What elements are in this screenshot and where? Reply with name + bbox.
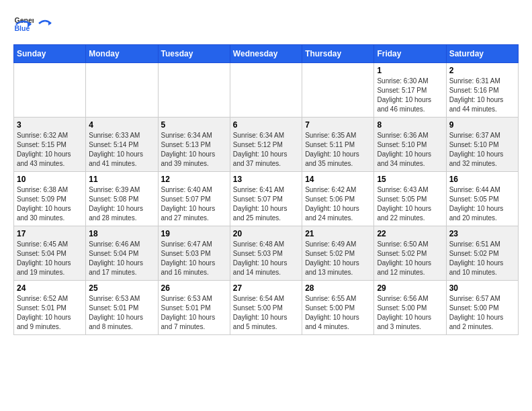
day-number: 19 [161,229,227,238]
calendar-cell: 19Sunrise: 6:47 AM Sunset: 5:03 PM Dayli… [158,226,230,281]
calendar-cell: 29Sunrise: 6:56 AM Sunset: 5:00 PM Dayli… [374,281,446,335]
day-info: Sunrise: 6:54 AM Sunset: 5:00 PM Dayligh… [233,294,299,332]
day-number: 10 [17,175,83,184]
day-info: Sunrise: 6:45 AM Sunset: 5:04 PM Dayligh… [17,240,83,277]
day-number: 21 [305,229,371,238]
day-number: 25 [89,283,154,293]
calendar-cell: 21Sunrise: 6:49 AM Sunset: 5:02 PM Dayli… [302,226,374,281]
day-number: 6 [233,120,299,130]
day-number: 3 [17,120,83,130]
day-info: Sunrise: 6:52 AM Sunset: 5:01 PM Dayligh… [17,294,83,332]
calendar-cell: 1Sunrise: 6:30 AM Sunset: 5:17 PM Daylig… [374,63,446,118]
calendar-cell: 12Sunrise: 6:40 AM Sunset: 5:07 PM Dayli… [158,172,230,226]
calendar-cell: 3Sunrise: 6:32 AM Sunset: 5:15 PM Daylig… [14,118,86,172]
calendar-cell: 24Sunrise: 6:52 AM Sunset: 5:01 PM Dayli… [14,281,86,335]
day-info: Sunrise: 6:53 AM Sunset: 5:01 PM Dayligh… [89,294,154,332]
day-info: Sunrise: 6:30 AM Sunset: 5:17 PM Dayligh… [377,77,443,114]
weekday-header: Thursday [302,45,374,63]
logo: General Blue [13,13,54,34]
day-info: Sunrise: 6:34 AM Sunset: 5:12 PM Dayligh… [233,131,299,169]
weekday-header: Friday [374,45,446,63]
logo-icon: General Blue [13,13,34,34]
day-number: 1 [377,66,443,75]
weekday-header: Tuesday [158,45,230,63]
day-number: 12 [161,175,227,184]
day-info: Sunrise: 6:47 AM Sunset: 5:03 PM Dayligh… [161,240,227,277]
calendar-cell: 18Sunrise: 6:46 AM Sunset: 5:04 PM Dayli… [86,226,158,281]
calendar-cell: 8Sunrise: 6:36 AM Sunset: 5:10 PM Daylig… [374,118,446,172]
day-info: Sunrise: 6:31 AM Sunset: 5:16 PM Dayligh… [449,77,515,114]
day-info: Sunrise: 6:57 AM Sunset: 5:00 PM Dayligh… [449,294,515,332]
calendar-header: SundayMondayTuesdayWednesdayThursdayFrid… [14,45,519,63]
day-info: Sunrise: 6:41 AM Sunset: 5:07 PM Dayligh… [233,185,299,223]
day-number: 22 [377,229,443,238]
day-info: Sunrise: 6:43 AM Sunset: 5:05 PM Dayligh… [377,185,443,223]
day-info: Sunrise: 6:39 AM Sunset: 5:08 PM Dayligh… [89,185,154,223]
calendar-cell: 9Sunrise: 6:37 AM Sunset: 5:10 PM Daylig… [446,118,518,172]
day-number: 23 [449,229,515,238]
day-info: Sunrise: 6:35 AM Sunset: 5:11 PM Dayligh… [305,131,371,169]
calendar-cell [302,63,374,118]
day-number: 14 [305,175,371,184]
calendar-cell: 4Sunrise: 6:33 AM Sunset: 5:14 PM Daylig… [86,118,158,172]
day-number: 30 [449,283,515,293]
day-number: 13 [233,175,299,184]
day-number: 5 [161,120,227,130]
calendar-cell: 13Sunrise: 6:41 AM Sunset: 5:07 PM Dayli… [230,172,302,226]
day-number: 27 [233,283,299,293]
header-row: SundayMondayTuesdayWednesdayThursdayFrid… [14,45,519,63]
calendar-cell: 6Sunrise: 6:34 AM Sunset: 5:12 PM Daylig… [230,118,302,172]
day-info: Sunrise: 6:51 AM Sunset: 5:02 PM Dayligh… [449,240,515,277]
calendar-week-row: 1Sunrise: 6:30 AM Sunset: 5:17 PM Daylig… [14,63,519,118]
calendar-cell: 15Sunrise: 6:43 AM Sunset: 5:05 PM Dayli… [374,172,446,226]
weekday-header: Saturday [446,45,518,63]
day-info: Sunrise: 6:55 AM Sunset: 5:00 PM Dayligh… [305,294,371,332]
calendar-cell: 7Sunrise: 6:35 AM Sunset: 5:11 PM Daylig… [302,118,374,172]
calendar-body: 1Sunrise: 6:30 AM Sunset: 5:17 PM Daylig… [14,63,519,335]
day-number: 11 [89,175,154,184]
day-info: Sunrise: 6:38 AM Sunset: 5:09 PM Dayligh… [17,185,83,223]
day-info: Sunrise: 6:32 AM Sunset: 5:15 PM Dayligh… [17,131,83,169]
day-info: Sunrise: 6:56 AM Sunset: 5:00 PM Dayligh… [377,294,443,332]
day-number: 18 [89,229,154,238]
day-number: 2 [449,66,515,75]
calendar-cell: 30Sunrise: 6:57 AM Sunset: 5:00 PM Dayli… [446,281,518,335]
day-number: 24 [17,283,83,293]
calendar-cell: 10Sunrise: 6:38 AM Sunset: 5:09 PM Dayli… [14,172,86,226]
calendar-cell: 22Sunrise: 6:50 AM Sunset: 5:02 PM Dayli… [374,226,446,281]
calendar-cell: 20Sunrise: 6:48 AM Sunset: 5:03 PM Dayli… [230,226,302,281]
logo-arrow-icon [38,17,52,30]
day-number: 8 [377,120,443,130]
day-info: Sunrise: 6:48 AM Sunset: 5:03 PM Dayligh… [233,240,299,277]
day-info: Sunrise: 6:37 AM Sunset: 5:10 PM Dayligh… [449,131,515,169]
day-number: 15 [377,175,443,184]
calendar-week-row: 3Sunrise: 6:32 AM Sunset: 5:15 PM Daylig… [14,118,519,172]
calendar-table: SundayMondayTuesdayWednesdayThursdayFrid… [13,44,519,335]
calendar-cell: 2Sunrise: 6:31 AM Sunset: 5:16 PM Daylig… [446,63,518,118]
calendar-cell: 14Sunrise: 6:42 AM Sunset: 5:06 PM Dayli… [302,172,374,226]
calendar-week-row: 24Sunrise: 6:52 AM Sunset: 5:01 PM Dayli… [14,281,519,335]
day-number: 16 [449,175,515,184]
day-number: 20 [233,229,299,238]
day-info: Sunrise: 6:40 AM Sunset: 5:07 PM Dayligh… [161,185,227,223]
day-number: 26 [161,283,227,293]
calendar-week-row: 17Sunrise: 6:45 AM Sunset: 5:04 PM Dayli… [14,226,519,281]
day-number: 7 [305,120,371,130]
logo-text-wrapper [36,17,54,30]
calendar-cell [86,63,158,118]
calendar-cell [14,63,86,118]
day-number: 17 [17,229,83,238]
day-number: 4 [89,120,154,130]
svg-text:Blue: Blue [15,24,30,32]
day-info: Sunrise: 6:50 AM Sunset: 5:02 PM Dayligh… [377,240,443,277]
header: General Blue [13,13,519,34]
day-number: 29 [377,283,443,293]
calendar-cell [158,63,230,118]
calendar-cell: 25Sunrise: 6:53 AM Sunset: 5:01 PM Dayli… [86,281,158,335]
calendar-cell: 16Sunrise: 6:44 AM Sunset: 5:05 PM Dayli… [446,172,518,226]
day-info: Sunrise: 6:33 AM Sunset: 5:14 PM Dayligh… [89,131,154,169]
weekday-header: Wednesday [230,45,302,63]
calendar-cell: 17Sunrise: 6:45 AM Sunset: 5:04 PM Dayli… [14,226,86,281]
calendar-cell [230,63,302,118]
calendar-cell: 28Sunrise: 6:55 AM Sunset: 5:00 PM Dayli… [302,281,374,335]
